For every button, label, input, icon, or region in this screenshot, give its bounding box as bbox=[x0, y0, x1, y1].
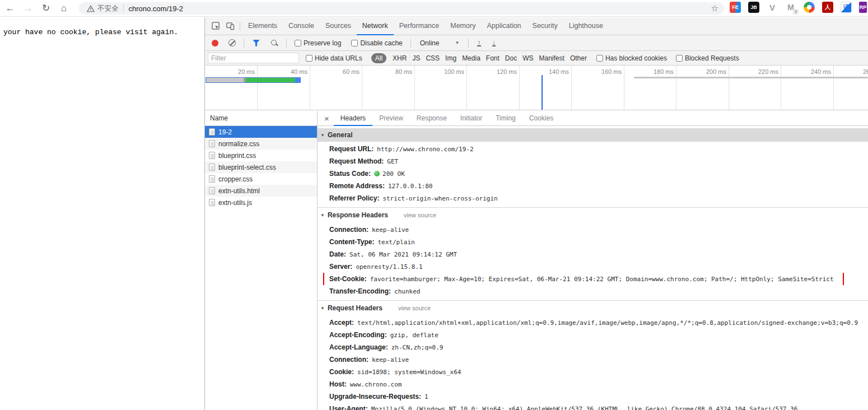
filter-type-media[interactable]: Media bbox=[462, 54, 480, 62]
overview-selection-bar[interactable] bbox=[206, 77, 301, 83]
header-row: Accept-Language: zh-CN,zh;q=0.9 bbox=[318, 341, 868, 353]
hide-data-urls-box[interactable] bbox=[306, 55, 312, 62]
extension-icon-compass[interactable] bbox=[804, 2, 815, 13]
general-section-header[interactable]: ▼ General bbox=[318, 128, 868, 142]
filter-type-other[interactable]: Other bbox=[570, 54, 587, 62]
tab-headers[interactable]: Headers bbox=[334, 111, 372, 126]
request-row[interactable]: normalize.css bbox=[205, 138, 317, 150]
request-headers-section-header[interactable]: ▼ Request Headers view source bbox=[318, 301, 868, 315]
back-icon[interactable]: ← bbox=[2, 1, 18, 16]
extension-icon-fe[interactable]: FE bbox=[730, 2, 741, 13]
filter-type-ws[interactable]: WS bbox=[522, 54, 533, 62]
timeline-scrollbar[interactable] bbox=[634, 77, 868, 78]
extension-icon-translate[interactable]: 译 bbox=[841, 2, 852, 13]
extension-icon-v[interactable]: V bbox=[767, 2, 778, 13]
tab-preview[interactable]: Preview bbox=[372, 111, 410, 126]
tab-memory[interactable]: Memory bbox=[445, 17, 481, 35]
tab-console[interactable]: Console bbox=[283, 17, 320, 35]
chevron-down-icon[interactable]: ▼ bbox=[320, 306, 325, 311]
name-column-header[interactable]: Name bbox=[205, 111, 317, 126]
timeline-tick: 40 ms bbox=[274, 68, 307, 75]
home-icon[interactable]: ⌂ bbox=[56, 1, 72, 16]
filter-type-css[interactable]: CSS bbox=[426, 54, 440, 62]
filter-type-font[interactable]: Font bbox=[486, 54, 500, 62]
toolbar-divider bbox=[468, 39, 469, 48]
request-row[interactable]: blueprint-select.css bbox=[205, 161, 317, 173]
has-blocked-cookies-checkbox[interactable]: Has blocked cookies bbox=[596, 54, 667, 62]
inspect-element-icon[interactable] bbox=[208, 20, 223, 33]
forward-icon[interactable]: → bbox=[20, 1, 36, 16]
record-button[interactable] bbox=[212, 40, 218, 46]
page-body-text: your have no cookie, please visit again. bbox=[3, 28, 178, 36]
device-toolbar-icon[interactable] bbox=[223, 20, 237, 33]
request-row[interactable]: extn-utils.html bbox=[205, 185, 317, 197]
filter-type-img[interactable]: Img bbox=[445, 54, 456, 62]
filter-type-js[interactable]: JS bbox=[412, 54, 420, 62]
request-row[interactable]: 19-2 bbox=[205, 126, 317, 138]
filter-type-all[interactable]: All bbox=[371, 53, 386, 63]
tab-application[interactable]: Application bbox=[481, 17, 526, 35]
view-source-link[interactable]: view source bbox=[398, 305, 431, 311]
extension-icon-jetbrains[interactable]: JB bbox=[748, 2, 759, 13]
export-har-icon[interactable]: ↓ bbox=[492, 39, 496, 46]
timeline-gridline bbox=[257, 66, 258, 110]
header-row: User-Agent: Mozilla/5.0 (Windows NT 10.0… bbox=[318, 403, 868, 410]
disable-cache-checkbox[interactable]: Disable cache bbox=[351, 39, 402, 47]
filter-input[interactable] bbox=[208, 53, 299, 63]
extensions-area: FE JB V M ? 人 译 RP bbox=[730, 2, 867, 13]
disable-cache-box[interactable] bbox=[351, 40, 358, 46]
tab-timing[interactable]: Timing bbox=[489, 111, 522, 126]
document-icon bbox=[209, 152, 215, 159]
tab-lighthouse[interactable]: Lighthouse bbox=[563, 17, 609, 35]
reload-icon[interactable]: ↻ bbox=[38, 1, 54, 16]
search-icon[interactable] bbox=[270, 39, 278, 47]
filter-type-xhr[interactable]: XHR bbox=[393, 54, 407, 62]
filter-icon[interactable] bbox=[253, 40, 260, 46]
filter-type-doc[interactable]: Doc bbox=[505, 54, 517, 62]
header-row: Connection: keep-alive bbox=[318, 223, 868, 236]
tab-performance[interactable]: Performance bbox=[394, 17, 445, 35]
tab-initiator[interactable]: Initiator bbox=[454, 111, 489, 126]
blocked-requests-checkbox[interactable]: Blocked Requests bbox=[676, 54, 739, 62]
filter-type-manifest[interactable]: Manifest bbox=[539, 54, 564, 62]
request-row[interactable]: cropper.css bbox=[205, 173, 317, 185]
hide-data-urls-checkbox[interactable]: Hide data URLs bbox=[306, 54, 362, 62]
tab-sources[interactable]: Sources bbox=[320, 17, 357, 35]
network-filter-bar: Hide data URLs All XHR JS CSS Img Media … bbox=[205, 51, 868, 66]
close-icon[interactable]: × bbox=[320, 114, 334, 123]
request-row[interactable]: extn-utils.js bbox=[205, 197, 317, 208]
view-source-link[interactable]: view source bbox=[404, 212, 436, 218]
url-text[interactable]: chrono.com/19-2 bbox=[129, 4, 711, 13]
tab-network[interactable]: Network bbox=[357, 17, 394, 35]
blocked-requests-box[interactable] bbox=[676, 55, 683, 62]
extension-icon-pdf[interactable]: 人 bbox=[822, 2, 833, 13]
preserve-log-checkbox[interactable]: Preserve log bbox=[295, 39, 341, 47]
extension-icon-mail[interactable]: M ? bbox=[785, 2, 796, 13]
bookmark-star-icon[interactable]: ☆ bbox=[711, 3, 718, 13]
devtools-tabbar: Elements Console Sources Network Perform… bbox=[205, 17, 868, 35]
timeline-tick: 20 ms bbox=[221, 68, 255, 75]
timeline-gridline bbox=[676, 66, 676, 110]
tab-elements[interactable]: Elements bbox=[242, 17, 283, 35]
network-toolbar: Preserve log Disable cache Online ▼ ↑ ↓ bbox=[205, 35, 868, 51]
tab-security[interactable]: Security bbox=[527, 17, 563, 35]
response-headers-section-header[interactable]: ▼ Response Headers view source bbox=[318, 208, 868, 222]
header-row: Remote Address: 127.0.0.1:80 bbox=[318, 180, 868, 192]
throttling-dropdown[interactable]: Online ▼ bbox=[420, 39, 460, 47]
waterfall-wait-segment bbox=[206, 78, 244, 82]
tab-cookies[interactable]: Cookies bbox=[522, 111, 560, 126]
toolbar-divider bbox=[410, 39, 411, 48]
clear-icon[interactable] bbox=[228, 39, 236, 46]
chevron-down-icon[interactable]: ▼ bbox=[320, 133, 325, 138]
timeline-gridline bbox=[414, 66, 415, 110]
address-bar[interactable]: 不安全 chrono.com/19-2 ☆ bbox=[79, 2, 724, 15]
extension-icon-rp[interactable]: RP bbox=[859, 2, 867, 13]
timeline-gridline bbox=[362, 66, 362, 110]
preserve-log-box[interactable] bbox=[295, 40, 301, 46]
import-har-icon[interactable]: ↑ bbox=[477, 39, 481, 46]
timeline-tick: 240 ms bbox=[797, 68, 831, 75]
chevron-down-icon[interactable]: ▼ bbox=[320, 213, 325, 218]
request-row[interactable]: blueprint.css bbox=[205, 150, 317, 161]
has-blocked-cookies-box[interactable] bbox=[596, 55, 603, 62]
tab-response[interactable]: Response bbox=[410, 111, 454, 126]
